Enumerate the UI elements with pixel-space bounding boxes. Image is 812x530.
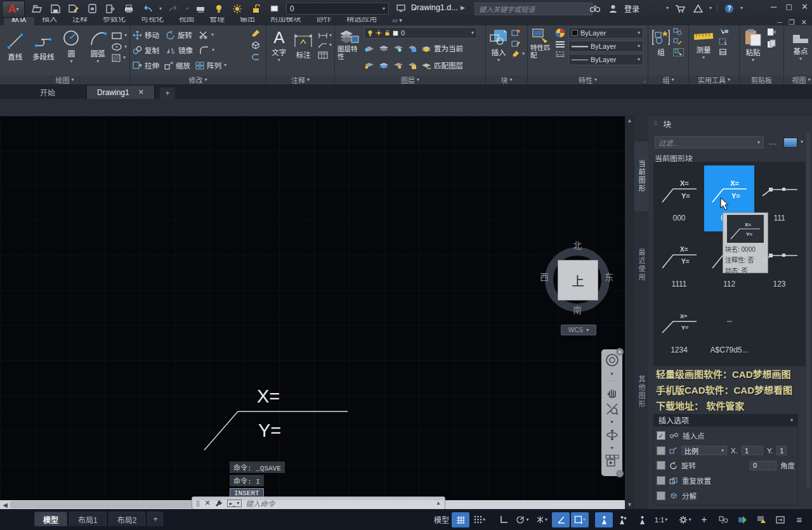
arc-button[interactable]: 圆弧 ▾ — [85, 27, 110, 64]
match-properties-button[interactable]: 特性匹配 — [530, 27, 552, 59]
account-dropdown-icon[interactable]: ▾ — [666, 6, 669, 11]
help-icon[interactable]: ? — [723, 3, 735, 14]
insert-options-header[interactable]: 插入选项 ▾ — [653, 414, 798, 426]
copy-button[interactable]: 复制 — [133, 42, 159, 58]
erase-button[interactable] — [251, 28, 261, 37]
zoom-icon[interactable] — [606, 403, 619, 415]
command-input[interactable]: 键入命令 — [246, 498, 432, 508]
palette-grip[interactable]: ⠿ — [653, 120, 658, 127]
palette-scrollbar[interactable] — [806, 132, 811, 488]
leader-button[interactable]: ▾ — [318, 42, 332, 48]
snap-toggle-icon[interactable]: ▾ — [471, 512, 488, 527]
wcs-dropdown[interactable]: WCS▾ — [561, 325, 596, 335]
circle-button[interactable]: 圆 ▾ — [59, 27, 84, 64]
scale-x-field[interactable]: 1 — [742, 446, 763, 455]
rectangle-button[interactable]: ▾ — [112, 32, 127, 40]
dynamic-input-icon[interactable]: ▾ — [571, 512, 589, 527]
display-settings-icon[interactable] — [395, 3, 407, 15]
osnap-tracking-icon[interactable]: ▾ — [533, 512, 551, 527]
layer-unlock-all-button[interactable] — [408, 62, 417, 69]
linetype-combo[interactable]: ByLayer ▾ — [568, 54, 643, 65]
repeat-checkbox[interactable] — [657, 476, 665, 485]
hatch-button[interactable]: ▾ — [112, 54, 127, 62]
cut-button[interactable] — [767, 28, 776, 36]
browse-more-button[interactable]: ... — [769, 138, 777, 146]
isolate-warning-icon[interactable] — [752, 512, 770, 527]
autodesk-360-icon[interactable] — [691, 3, 704, 14]
layer-combo[interactable]: 0 ▾ — [364, 27, 477, 39]
rotation-checkbox[interactable] — [657, 461, 665, 470]
viewcube-west[interactable]: 西 — [540, 270, 549, 283]
insertion-point-checkbox[interactable]: ✓ — [657, 431, 665, 440]
open-file-icon[interactable] — [30, 3, 43, 15]
title-chevron-icon[interactable]: ▶ — [461, 4, 465, 11]
model-tab[interactable]: 模型 — [34, 512, 67, 526]
block-item-asc79d5[interactable]: A$C79d5... — [704, 297, 754, 363]
side-tab-recent[interactable]: 最近使用 — [634, 230, 648, 300]
utilities-panel-label[interactable]: 实用工具 — [698, 75, 726, 85]
graphics-performance-icon[interactable] — [733, 512, 751, 527]
layout1-tab[interactable]: 布局1 — [69, 512, 107, 526]
scale-checkbox[interactable] — [657, 446, 665, 455]
paste-dropdown-icon[interactable]: ▾ — [752, 58, 754, 63]
modify-panel-label[interactable]: 修改 — [188, 75, 202, 85]
insert-dropdown-icon[interactable]: ▾ — [497, 58, 500, 63]
block-item-1234[interactable]: X=Y= 1234 — [654, 297, 704, 363]
drawing-canvas[interactable]: 北 西 东 南 上 WCS▾ ✕ ▼ ▼ ▼ ◦ — [0, 116, 625, 509]
layer-off-button[interactable] — [364, 45, 374, 52]
ungroup-button[interactable] — [673, 28, 684, 36]
block-item-1111[interactable]: X=Y= 1111 — [654, 231, 704, 297]
stretch-button[interactable]: 拉伸 — [133, 58, 159, 73]
minimize-button[interactable]: ─ — [771, 2, 776, 11]
write-block-button[interactable] — [511, 39, 525, 47]
select-all-button[interactable] — [719, 38, 728, 46]
create-block-button[interactable] — [511, 29, 525, 36]
ortho-toggle-icon[interactable] — [495, 512, 513, 527]
user-icon[interactable] — [606, 3, 619, 14]
polyline-button[interactable]: 多段线 — [29, 30, 58, 61]
edit-attributes-button[interactable]: ▾ — [511, 50, 525, 58]
group-edit-button[interactable] — [673, 38, 684, 46]
scale-button[interactable]: 缩放 — [164, 58, 190, 73]
login-button[interactable]: 登录 — [624, 3, 639, 14]
explode-checkbox[interactable] — [657, 491, 665, 500]
polar-tracking-icon[interactable]: ▾ — [514, 512, 532, 527]
layer-thaw-all-button[interactable] — [379, 62, 389, 69]
draw-panel-label[interactable]: 绘图 — [55, 75, 69, 85]
zoom-dropdown-icon[interactable]: ▼ — [610, 420, 614, 424]
file-tab-drawing1[interactable]: Drawing1 ✕ — [87, 86, 155, 99]
properties-dialog-launcher-icon[interactable]: ⌟ — [643, 77, 646, 83]
command-expand-icon[interactable]: ▲ — [436, 500, 441, 506]
group-selection-toggle[interactable] — [673, 48, 684, 56]
orbit-dropdown-icon[interactable]: ▼ — [610, 446, 614, 450]
layer-thaw-sun-icon[interactable] — [231, 3, 244, 15]
plot-icon[interactable] — [194, 3, 207, 15]
thumbnail-view-button[interactable] — [783, 138, 797, 148]
object-color-combo[interactable]: ByLayer ▾ — [568, 27, 643, 39]
text-dropdown-icon[interactable]: ▾ — [278, 58, 280, 63]
scroll-up-icon[interactable]: ▲ — [627, 117, 632, 124]
crosshair-icon[interactable]: + — [695, 512, 713, 527]
recent-commands-icon[interactable]: ▸_ ▾ — [227, 500, 242, 507]
array-button[interactable]: 阵列▾ — [195, 58, 226, 73]
base-dropdown-icon[interactable]: ▾ — [799, 56, 802, 61]
layer-isolate-button[interactable] — [379, 45, 389, 52]
command-bar-close-icon[interactable]: ✕ — [205, 499, 211, 507]
search-binoculars-icon[interactable] — [589, 3, 601, 14]
fillet-button[interactable]: ▾ — [199, 42, 214, 58]
maximize-button[interactable]: ◻ — [785, 2, 792, 11]
tab-close-icon[interactable]: ✕ — [138, 88, 144, 96]
group-panel-label[interactable]: 组 — [662, 75, 669, 85]
navigation-wheel-icon[interactable] — [605, 353, 619, 367]
command-line-bar[interactable]: ⣿ ✕ ▸_ ▾ 键入命令 ▲ — [192, 496, 445, 509]
new-drawing-tab-button[interactable]: + — [160, 87, 175, 99]
block-item-000[interactable]: X=Y= 000 — [654, 165, 704, 231]
file-tab-start[interactable]: 开始 — [9, 86, 87, 99]
rotate-button[interactable]: 旋转 — [166, 27, 192, 42]
app-menu-button[interactable]: A ▾ — [2, 1, 25, 18]
measure-dropdown-icon[interactable]: ▾ — [702, 55, 705, 60]
table-button[interactable] — [318, 51, 332, 59]
customize-wrench-icon[interactable] — [214, 499, 223, 507]
match-layer-button[interactable]: 匹配图层 — [421, 58, 463, 73]
annotate-panel-label[interactable]: 注释 — [291, 75, 305, 85]
